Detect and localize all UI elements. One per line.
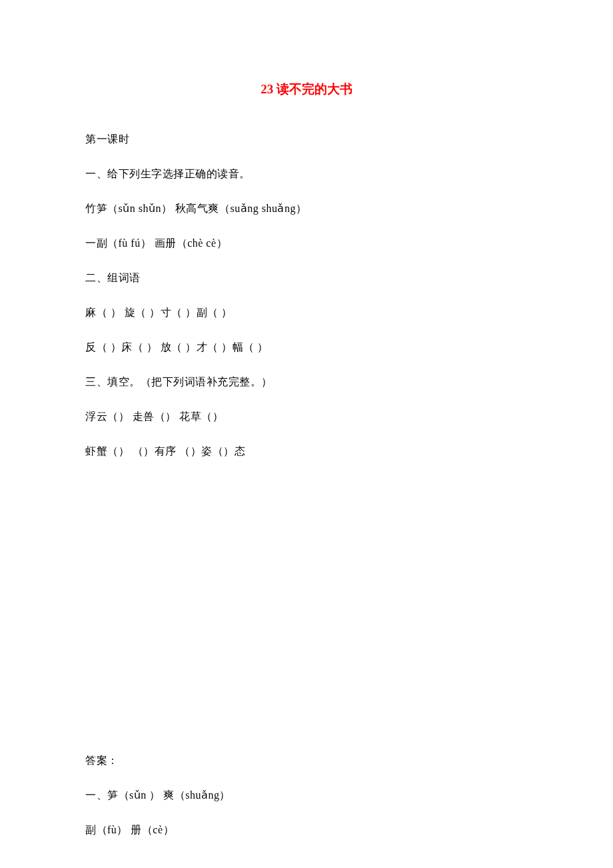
section1-line2: 一副（fù fú） 画册（chè cè） (85, 235, 528, 251)
answers-heading: 答案： (85, 753, 528, 769)
document-title: 23 读不完的大书 (85, 80, 528, 99)
section3-heading: 三、填空。（把下列词语补充完整。） (85, 374, 528, 390)
answers-line2: 副（fù） 册（cè） (85, 822, 528, 838)
answers-line1: 一、笋（sǔn ） 爽（shuǎng） (85, 787, 528, 803)
section2-line1: 麻（ ） 旋（ ）寸（ ）副（ ） (85, 305, 528, 321)
section2-heading: 二、组词语 (85, 270, 528, 286)
subtitle: 第一课时 (85, 131, 528, 147)
section2-line2: 反（ ）床（ ） 放（ ）才（ ）幅（ ） (85, 339, 528, 355)
section1-heading: 一、给下列生字选择正确的读音。 (85, 166, 528, 182)
section3-line1: 浮云（） 走兽（） 花草（） (85, 409, 528, 425)
section3-line2: 虾蟹（） （）有序 （）姿（）态 (85, 443, 528, 459)
section1-line1: 竹笋（sǔn shǔn） 秋高气爽（suǎng shuǎng） (85, 201, 528, 217)
